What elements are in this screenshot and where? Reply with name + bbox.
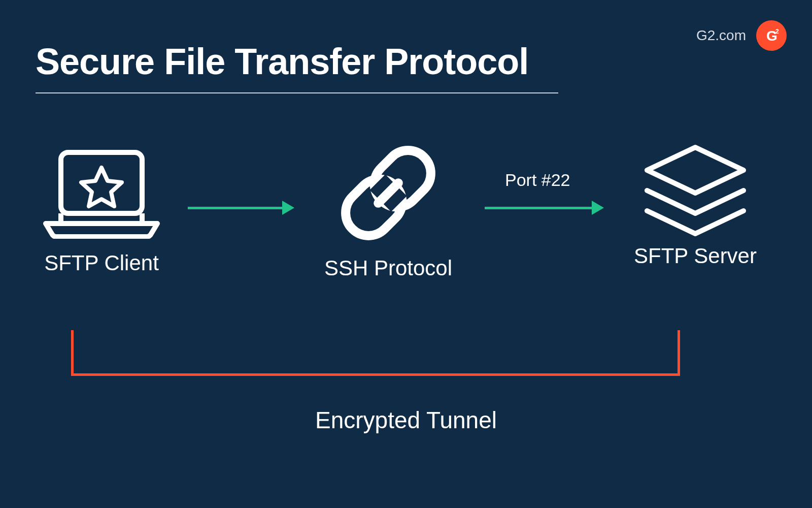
encrypted-tunnel-label: Encrypted Tunnel [0,406,812,434]
brand-site-text: G2.com [696,27,746,44]
title-block: Secure File Transfer Protocol [36,41,558,93]
node-client-label: SFTP Client [30,251,173,275]
node-sftp-server: SFTP Server [619,142,771,268]
arrow-protocol-to-server [485,201,604,215]
node-protocol-label: SSH Protocol [312,256,464,280]
arrow-client-to-protocol [188,201,294,215]
sftp-diagram: SFTP Client SSH Protocol Port #22 [30,147,782,325]
layer-stack-icon [639,232,751,240]
encrypted-tunnel-bracket [71,330,680,376]
title-underline [36,92,558,93]
port-label: Port #22 [505,170,570,190]
brand-header: G2.com G 2 [696,20,787,51]
node-sftp-client: SFTP Client [30,147,173,275]
g2-logo-icon: G 2 [756,20,787,51]
svg-text:2: 2 [775,28,779,35]
laptop-star-icon [41,232,162,240]
node-ssh-protocol: SSH Protocol [312,137,464,280]
chain-link-icon [337,242,439,250]
node-server-label: SFTP Server [619,244,771,268]
svg-rect-2 [61,152,142,213]
svg-marker-9 [647,147,743,193]
page-title: Secure File Transfer Protocol [36,41,558,82]
